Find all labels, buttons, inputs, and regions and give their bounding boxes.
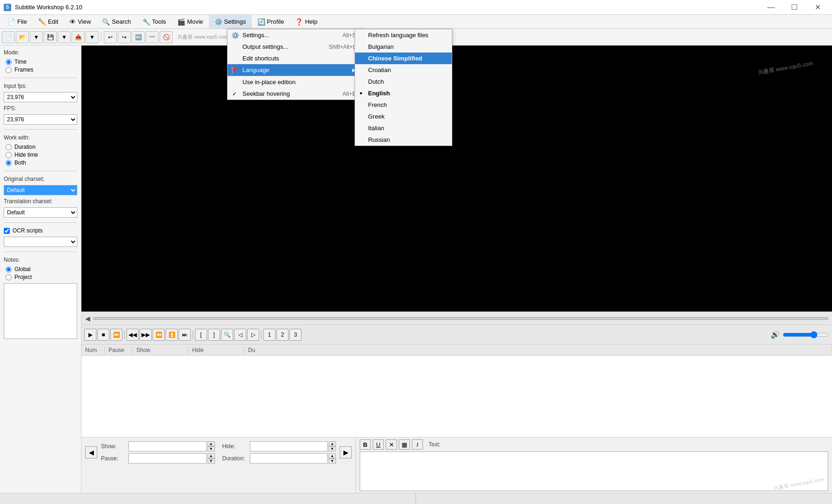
menu-edit[interactable]: ✏️ Edit [33,15,64,28]
notes-project-radio[interactable] [6,274,12,280]
play-button[interactable]: ▶ [84,329,96,341]
undo-button[interactable]: ↩ [104,31,117,43]
menu-movie[interactable]: 🎬 Movie [172,15,209,28]
translation-charset-select[interactable]: Default [4,207,77,218]
menu-tools[interactable]: 🔧 Tools [137,15,172,28]
notes-textarea[interactable] [4,283,77,339]
show-spin-down[interactable]: ▼ [208,446,215,451]
duration-spin-down[interactable]: ▼ [329,458,336,464]
timing-prev-button[interactable]: ◀ [85,446,97,458]
menu-profile[interactable]: 🔄 Profile [252,15,290,28]
menu-seekbar-item[interactable]: ✓ Seekbar hovering Alt+E [228,88,362,99]
pause-input[interactable] [128,453,207,464]
ocr-scripts-checkbox[interactable] [4,228,10,234]
italic-button[interactable]: I [412,439,423,450]
hide-spin-up[interactable]: ▲ [329,441,336,446]
mode-frames-option[interactable]: Frames [6,66,77,73]
mode-time-radio[interactable] [6,59,12,65]
lang-refresh[interactable]: Refresh language files [355,29,452,41]
lang-french[interactable]: French [355,99,452,111]
show-spin-up[interactable]: ▲ [208,441,215,446]
zoom-button[interactable]: 🔍 [221,329,233,341]
pause-spin-down[interactable]: ▼ [208,458,215,464]
underline-button[interactable]: U [373,439,384,450]
lang-bulgarian[interactable]: Bulgarian [355,41,452,53]
menu-output-settings-item[interactable]: Output settings... Shift+Alt+L [228,41,362,53]
volume-slider[interactable] [783,331,829,338]
notes-global-radio[interactable] [6,266,12,272]
original-charset-select[interactable]: Default [4,185,77,195]
close-button[interactable]: ✕ [807,0,828,15]
frame-step-button[interactable]: ⏭ [179,329,191,341]
menu-file[interactable]: 📄 File [2,15,33,28]
lang-croatian[interactable]: Croatian [355,64,452,76]
hide-spin-down[interactable]: ▼ [329,446,336,451]
stop-button[interactable]: ■ [97,329,109,341]
mode-time-option[interactable]: Time [6,59,77,65]
rewind-button[interactable]: ⏪ [153,329,165,341]
work-hidetime-option[interactable]: Hide time [6,152,77,158]
save-button[interactable]: 💾 [44,31,57,43]
prev-button[interactable]: ◀◀ [127,329,139,341]
mode-frames-radio[interactable] [6,67,12,73]
num1-button[interactable]: 1 [263,329,275,341]
bold-button[interactable]: B [360,439,371,450]
save-dropdown-button[interactable]: ▼ [58,31,71,43]
mark-in-button[interactable]: [ [195,329,207,341]
timing-next-button[interactable]: ▶ [340,446,352,458]
lang-dutch[interactable]: Dutch [355,76,452,87]
lang-russian[interactable]: Russian [355,134,452,146]
new-button[interactable]: 📄 [2,31,15,43]
menu-language-item[interactable]: 🚩 Language ▶ [228,64,362,76]
subtitle-text-area[interactable] [360,451,828,491]
work-both-option[interactable]: Both [6,159,77,166]
hide-input[interactable] [250,441,328,451]
export-button[interactable]: 📤 [72,31,85,43]
lang-greek[interactable]: Greek [355,111,452,122]
input-fps-select[interactable]: 23,976 [4,92,77,102]
menu-search[interactable]: 🔍 Search [96,15,136,28]
maximize-button[interactable]: ☐ [784,0,805,15]
work-duration-radio[interactable] [6,144,12,150]
ocr-select[interactable] [4,237,77,247]
duration-input[interactable] [250,453,328,464]
minimize-button[interactable]: — [760,0,782,15]
menu-settings-item[interactable]: ⚙️ Settings... Alt+S [228,29,362,41]
next-button[interactable]: ▶▶ [140,329,152,341]
menu-help[interactable]: ❓ Help [289,15,323,28]
fps-select[interactable]: 23,976 [4,114,77,125]
waveform-btn2[interactable]: ▷ [247,329,259,341]
lang-english[interactable]: • English [355,87,452,99]
pause-spin-up[interactable]: ▲ [208,453,215,458]
grid-button[interactable]: ▦ [399,439,410,450]
menu-inplace-item[interactable]: Use in-place edition [228,76,362,88]
num3-button[interactable]: 3 [289,329,302,341]
open-button[interactable]: 📂 [16,31,29,43]
translate-button[interactable]: 🔤 [132,31,145,43]
work-hidetime-radio[interactable] [6,152,12,158]
redo-button[interactable]: ↪ [118,31,131,43]
waveform-button[interactable]: 〰 [146,31,159,43]
notes-global-option[interactable]: Global [6,266,77,272]
fast-forward-button[interactable]: ⏫ [166,329,178,341]
lang-italian[interactable]: Italian [355,122,452,134]
num2-button[interactable]: 2 [276,329,289,341]
mark-out-button[interactable]: ] [208,329,220,341]
disabled-button[interactable]: 🚫 [160,31,173,43]
export-dropdown-button[interactable]: ▼ [86,31,99,43]
duration-spin-up[interactable]: ▲ [329,453,336,458]
audio-button[interactable]: ◁ [234,329,246,341]
menu-view[interactable]: 👁 View [64,15,96,28]
menu-settings[interactable]: ⚙️ Settings [209,15,252,28]
ocr-scripts-option[interactable]: OCR scripts [4,227,77,234]
step-forward-button[interactable]: ⏩ [110,329,122,341]
seekbar-track[interactable] [93,317,828,320]
strikethrough-button[interactable]: ✕ [386,439,397,450]
menu-edit-shortcuts-item[interactable]: Edit shortcuts [228,53,362,64]
work-duration-option[interactable]: Duration [6,144,77,150]
lang-chinese-simplified[interactable]: Chinese Simplified [355,53,452,64]
notes-project-option[interactable]: Project [6,274,77,280]
open-dropdown-button[interactable]: ▼ [30,31,43,43]
show-input[interactable] [128,441,207,451]
work-both-radio[interactable] [6,160,12,166]
